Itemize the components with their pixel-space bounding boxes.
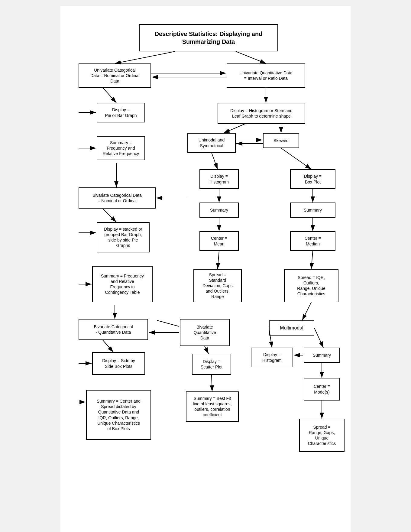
center-mode-box: Center = Mode(s) [304, 378, 340, 401]
center-mean-box: Center = Mean [199, 231, 239, 251]
display-pie-bar-box: Display = Pie or Bar Graph [97, 103, 145, 122]
summary-uni-box: Summary [199, 203, 239, 218]
univariate-quantitative-box: Univariate Quantitative Data = Interval … [227, 63, 305, 88]
summary-freq-box: Summary = Frequency and Relative Frequen… [97, 136, 145, 160]
svg-line-11 [103, 88, 116, 103]
display-histogram-multi-box: Display = Histogram [251, 348, 293, 367]
spread-std-box: Spread = Standard Deviation, Gaps and Ou… [193, 269, 242, 302]
svg-line-2 [115, 51, 175, 63]
spread-iqr-text: Spread = IQR, Outliers, Range, Unique Ch… [297, 275, 325, 297]
display-scatter-box: Display = Scatter Plot [192, 354, 231, 375]
svg-line-30 [103, 340, 113, 352]
svg-line-22 [302, 302, 311, 320]
center-mean-text: Center = Mean [211, 235, 227, 246]
page: Descriptive Statistics: Displaying and S… [60, 6, 351, 532]
display-box-plot-box: Display = Box Plot [290, 169, 335, 189]
skewed-text: Skewed [273, 138, 289, 143]
summary-best-fit-box: Summary = Best Fit line of least squares… [186, 391, 239, 422]
svg-line-14 [212, 153, 218, 169]
unimodal-symmetrical-box: Unimodal and Symmetrical [187, 133, 236, 153]
summary-multi-box: Summary [304, 348, 340, 363]
summary-uni-text: Summary [210, 207, 228, 213]
svg-line-18 [281, 148, 311, 169]
spread-range-box: Spread = Range, Gaps, Unique Characteris… [299, 419, 345, 452]
spread-std-text: Spread = Standard Deviation, Gaps and Ou… [202, 272, 233, 300]
display-side-box-box: Display = Side by Side Box Plots [92, 352, 145, 375]
univariate-categorical-box: Univariate Categorical Data = Nominal or… [79, 63, 151, 88]
unimodal-symmetrical-text: Unimodal and Symmetrical [199, 137, 225, 148]
svg-line-17 [218, 251, 219, 269]
spread-range-text: Spread = Range, Gaps, Unique Characteris… [308, 424, 336, 446]
bivariate-categorical-text: Bivariate Categorical Data = Nominal or … [92, 193, 142, 203]
bivariate-categorical-box: Bivariate Categorical Data = Nominal or … [79, 187, 156, 209]
main-title-text: Descriptive Statistics: Displaying and S… [155, 30, 263, 46]
display-pie-bar-text: Display = Pie or Bar Graph [105, 107, 137, 118]
summary-freq-text: Summary = Frequency and Relative Frequen… [103, 140, 139, 157]
svg-line-36 [314, 328, 323, 348]
display-scatter-text: Display = Scatter Plot [201, 359, 222, 370]
summary-contingency-text: Summary = Frequency and Relative Frequen… [101, 273, 144, 295]
svg-line-40 [157, 320, 179, 326]
summary-contingency-box: Summary = Frequency and Relative Frequen… [92, 266, 153, 302]
summary-center-spread-text: Summary = Center and Spread dictated by … [97, 398, 141, 431]
summary-best-fit-text: Summary = Best Fit line of least squares… [193, 396, 231, 418]
bivariate-cat-quant-text: Bivariate Categorical - Quantitative Dat… [94, 324, 133, 335]
display-histogram-uni-text: Display = Histogram [209, 174, 229, 184]
svg-line-21 [311, 251, 313, 269]
summary-center-spread-box: Summary = Center and Spread dictated by … [86, 390, 151, 440]
display-stacked-text: Display = stacked or grouped Bar Graph; … [104, 226, 142, 248]
spread-iqr-box: Spread = IQR, Outliers, Range, Unique Ch… [284, 269, 338, 302]
summary-skewed-box: Summary [290, 203, 335, 218]
svg-line-33 [205, 346, 209, 354]
summary-skewed-text: Summary [304, 207, 322, 213]
univariate-quantitative-text: Univariate Quantitative Data = Interval … [239, 70, 292, 81]
svg-line-25 [103, 209, 116, 222]
bivariate-cat-quant-box: Bivariate Categorical - Quantitative Dat… [79, 319, 148, 340]
multimodal-text: Multimodal [280, 325, 303, 331]
svg-line-34 [212, 375, 212, 391]
svg-line-3 [236, 51, 266, 63]
display-box-plot-text: Display = Box Plot [304, 174, 322, 184]
display-histogram-multi-text: Display = Histogram [262, 352, 282, 363]
center-median-box: Center = Median [290, 231, 335, 251]
svg-line-7 [224, 124, 245, 133]
summary-multi-text: Summary [313, 352, 331, 358]
display-histogram-stem-text: Display = Histogram or Stem and Leaf Gra… [230, 108, 293, 119]
bivariate-quantitative-box: Bivariate Quantitative Data [180, 319, 230, 346]
flowchart: Descriptive Statistics: Displaying and S… [70, 15, 341, 529]
display-histogram-uni-box: Display = Histogram [199, 169, 239, 189]
display-side-box-text: Display = Side by Side Box Plots [102, 358, 135, 369]
main-title-box: Descriptive Statistics: Displaying and S… [139, 24, 278, 51]
bivariate-quantitative-text: Bivariate Quantitative Data [193, 324, 216, 341]
center-median-text: Center = Median [305, 235, 321, 246]
univariate-categorical-text: Univariate Categorical Data = Nominal or… [90, 67, 139, 84]
display-histogram-stem-box: Display = Histogram or Stem and Leaf Gra… [218, 103, 305, 124]
display-stacked-box: Display = stacked or grouped Bar Graph; … [97, 222, 150, 252]
center-mode-text: Center = Mode(s) [314, 384, 330, 394]
skewed-box: Skewed [263, 133, 299, 148]
multimodal-box: Multimodal [269, 320, 314, 336]
